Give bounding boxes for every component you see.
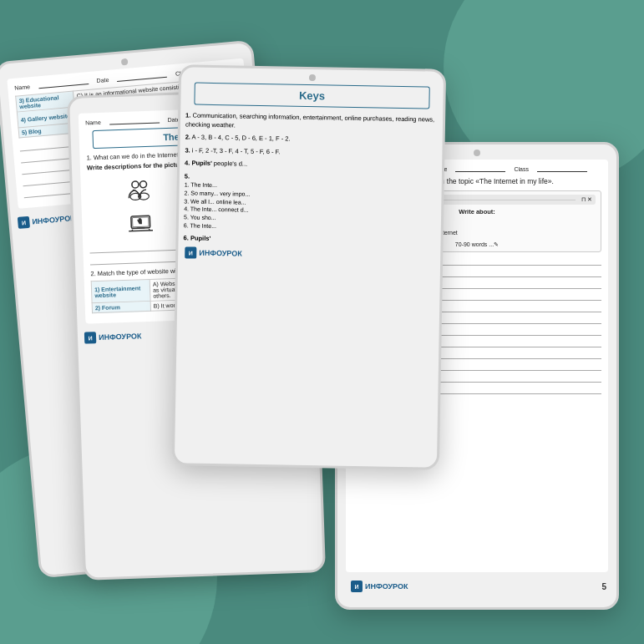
svg-point-1 [139, 180, 146, 187]
infourok-icon-front: И [351, 581, 363, 592]
name-label-m: Name [85, 119, 101, 126]
tablet-keys: Keys 1. Communication, searching informa… [172, 64, 446, 470]
tablet-camera-front [474, 150, 480, 156]
infourok-icon-keys: И [185, 247, 196, 259]
infourok-icon-back: И [18, 216, 30, 229]
mid-cell-2: 2) Forum [92, 301, 150, 312]
mid-cell-1: 1) Entertainment website [91, 279, 150, 302]
laptop-icon-box [124, 209, 158, 239]
keys-item-2: 2. A - 3, B - 4, C - 5, D - 6, E - 1, F … [185, 133, 438, 146]
keys-text-3: i - F, 2 -T, 3 - F, 4 - T, 5 - F, 6 - F. [192, 146, 281, 155]
infourok-text-keys: ИНФОУРОК [199, 249, 242, 258]
class-field-f [537, 166, 587, 172]
infourok-icon-middle: И [84, 332, 96, 343]
keys-title: Keys [194, 83, 429, 109]
keys-item-1: 1. Communication, searching information,… [185, 111, 438, 133]
keys-num-2: 2. [185, 133, 190, 140]
name-field [38, 79, 89, 89]
people-icon-box [122, 175, 156, 205]
infourok-text-front: ИНФОУРОК [365, 582, 408, 591]
class-label-f: Class [514, 166, 529, 172]
svg-point-0 [132, 180, 139, 187]
tablet-camera-back [121, 58, 129, 66]
date-field-f [455, 166, 505, 172]
keys-text-2: A - 3, B - 4, C - 5, D - 6, E - 1, F - 2… [192, 134, 291, 143]
keys-num-5: 5. [185, 172, 190, 180]
keys-text-4: people's d... [214, 160, 247, 168]
page-number: 5 [601, 582, 606, 591]
infourok-text-middle: ИНФОУРОК [99, 332, 142, 342]
front-footer: И ИНФОУРОК 5 [337, 581, 616, 599]
keys-num-4: 4. Pupils' [185, 159, 212, 167]
infourok-logo-front: И ИНФОУРОК [344, 581, 414, 592]
keys-text-5: 1. The Inte...2. So many... very impo...… [184, 180, 437, 234]
keys-num-3: 3. [185, 146, 190, 154]
toolbar-icons: ⊓ ✕ [581, 196, 592, 203]
people-icon [125, 175, 153, 203]
keys-num-6: 6. Pupils' [184, 234, 211, 242]
keys-wrapper: Keys 1. Communication, searching informa… [178, 82, 443, 247]
keys-item-5: 5. 1. The Inte...2. So many... very impo… [184, 172, 437, 235]
infourok-text-back: ИНФОУРОК [32, 214, 75, 226]
date-label: Date [96, 77, 109, 84]
keys-num-1: 1. [185, 111, 190, 119]
infourok-logo-keys: И ИНФОУРОК [178, 247, 440, 263]
laptop-icon [127, 210, 155, 237]
keys-item-3: 3. i - F, 2 -T, 3 - F, 4 - T, 5 - F, 6 -… [185, 146, 437, 160]
name-label: Name [14, 84, 30, 91]
name-field-m [109, 117, 160, 124]
tablet-camera-keys [309, 74, 316, 81]
keys-text-1: Communication, searching information, en… [185, 112, 434, 129]
keys-item-6: 6. Pupils' [183, 234, 435, 247]
keys-item-4: 4. Pupils' people's d... [185, 159, 437, 172]
date-field [117, 72, 167, 82]
